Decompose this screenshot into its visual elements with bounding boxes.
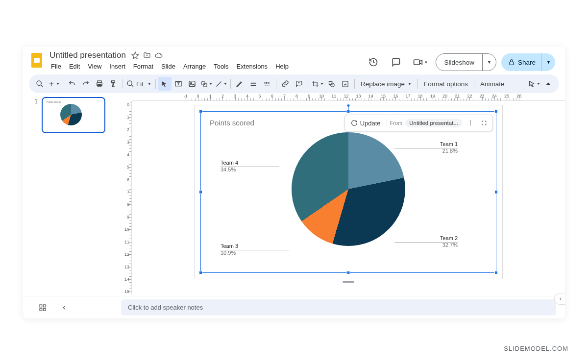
- resize-handle-tr[interactable]: [494, 110, 498, 113]
- speaker-notes[interactable]: Click to add speaker notes: [121, 299, 556, 315]
- zoom-combo[interactable]: Fit ▼: [124, 80, 153, 88]
- chart-source-chip[interactable]: Untitled presentat...: [405, 119, 462, 127]
- collapse-filmstrip-icon[interactable]: [58, 302, 70, 314]
- history-icon[interactable]: [365, 53, 382, 71]
- comment-button[interactable]: [292, 77, 306, 91]
- menu-slide[interactable]: Slide: [158, 61, 179, 72]
- slide-thumbnail-1[interactable]: Points scored: [42, 97, 105, 133]
- resize-handle-bl[interactable]: [199, 271, 202, 274]
- pie-label-team1: Team 121.8%: [440, 141, 458, 155]
- resize-handle-mr[interactable]: [494, 191, 498, 194]
- line-tool[interactable]: [214, 77, 228, 91]
- share-button: Share ▼: [501, 53, 555, 71]
- chart-selection[interactable]: Points scored Team 121.8%: [200, 111, 496, 273]
- print-button[interactable]: [93, 77, 106, 91]
- menubar: File Edit View Insert Format Slide Arran…: [48, 61, 292, 72]
- comments-icon[interactable]: [387, 53, 405, 71]
- cloud-status-icon[interactable]: [154, 51, 163, 60]
- resize-handle-tl[interactable]: [199, 110, 202, 113]
- format-options-button[interactable]: Format options: [420, 77, 472, 91]
- resize-handle-tm[interactable]: [347, 110, 350, 113]
- slideshow-main[interactable]: Slideshow: [436, 54, 482, 71]
- resize-handle-br[interactable]: [494, 271, 498, 274]
- camera-icon[interactable]: [410, 54, 426, 71]
- app-logo[interactable]: [29, 50, 45, 70]
- paint-format-button[interactable]: [106, 77, 120, 91]
- search-menus-icon[interactable]: [33, 77, 47, 91]
- svg-rect-20: [40, 305, 42, 307]
- slides-logo-icon: [30, 52, 43, 69]
- header-right: ▼ Slideshow ▼ Share ▼: [365, 50, 560, 71]
- crop-button[interactable]: [310, 77, 325, 91]
- resize-handle-ml[interactable]: [199, 191, 202, 194]
- mask-button[interactable]: [325, 77, 339, 91]
- rotation-handle[interactable]: [347, 104, 350, 107]
- replace-image-button[interactable]: Replace image▼: [357, 77, 416, 91]
- lock-icon: [508, 59, 515, 66]
- app-window: Untitled presentation File Edit View Ins…: [23, 47, 565, 318]
- star-icon[interactable]: [131, 51, 140, 60]
- menu-tools[interactable]: Tools: [210, 61, 232, 72]
- update-chart-button[interactable]: Update: [348, 118, 384, 129]
- menu-arrange[interactable]: Arrange: [180, 61, 209, 72]
- svg-rect-2: [414, 60, 419, 65]
- image-tool[interactable]: [185, 77, 199, 91]
- mode-switch-button[interactable]: [527, 77, 541, 91]
- menu-help[interactable]: Help: [272, 61, 292, 72]
- menu-extensions[interactable]: Extensions: [233, 61, 271, 72]
- shape-tool[interactable]: [199, 77, 214, 91]
- zoom-icon: [126, 80, 134, 88]
- menu-edit[interactable]: Edit: [66, 61, 83, 72]
- svg-rect-21: [43, 305, 46, 307]
- meet-dropdown-caret[interactable]: ▼: [424, 60, 428, 65]
- link-button[interactable]: [278, 77, 292, 91]
- pie-label-team3: Team 310.9%: [220, 243, 238, 257]
- thumb-chart-title: Points scored: [47, 100, 61, 103]
- border-weight-button[interactable]: [246, 77, 260, 91]
- ruler-horizontal[interactable]: -101234567891011121314151617181920212223…: [132, 93, 565, 101]
- explore-tab[interactable]: [554, 293, 565, 305]
- grid-view-icon[interactable]: [37, 302, 49, 314]
- refresh-icon: [351, 120, 358, 126]
- thumb-pie-icon: [60, 104, 82, 125]
- toolbar-wrap: Fit ▼ Replace image▼ Format options: [23, 72, 565, 93]
- undo-button[interactable]: [65, 77, 79, 91]
- svg-rect-10: [189, 81, 195, 87]
- unlink-icon[interactable]: [479, 118, 490, 128]
- chart-more-icon[interactable]: [465, 118, 476, 128]
- border-color-button[interactable]: [233, 77, 246, 91]
- svg-rect-1: [34, 58, 40, 63]
- menu-view[interactable]: View: [84, 61, 105, 72]
- pie-label-team2: Team 232.7%: [440, 235, 458, 249]
- resize-handle-bm[interactable]: [347, 271, 350, 274]
- svg-rect-13: [204, 83, 207, 86]
- move-folder-icon[interactable]: [143, 51, 151, 60]
- slideshow-dropdown[interactable]: ▼: [482, 54, 496, 71]
- slide[interactable]: Points scored Team 121.8%: [194, 105, 503, 279]
- meet-button[interactable]: ▼: [410, 54, 431, 71]
- new-slide-button[interactable]: [47, 77, 61, 91]
- border-dash-button[interactable]: [260, 77, 274, 91]
- redo-button[interactable]: [79, 77, 93, 91]
- menu-file[interactable]: File: [48, 61, 65, 72]
- animate-button[interactable]: Animate: [476, 77, 509, 91]
- share-dropdown[interactable]: ▼: [541, 53, 555, 71]
- share-main[interactable]: Share: [501, 53, 541, 71]
- svg-rect-23: [43, 308, 46, 311]
- select-tool[interactable]: [158, 77, 172, 91]
- toolbar: Fit ▼ Replace image▼ Format options: [29, 74, 559, 93]
- chart-from-label: From: [390, 120, 403, 126]
- speaker-notes-resize-handle[interactable]: [343, 281, 354, 283]
- reset-image-button[interactable]: [339, 77, 352, 91]
- svg-point-18: [470, 122, 471, 123]
- header: Untitled presentation File Edit View Ins…: [23, 47, 565, 72]
- doc-title[interactable]: Untitled presentation: [48, 50, 128, 61]
- ruler-vertical[interactable]: 0123456789101112131415: [121, 101, 132, 294]
- canvas-area[interactable]: -101234567891011121314151617181920212223…: [121, 93, 565, 294]
- menu-insert[interactable]: Insert: [106, 61, 129, 72]
- menu-format[interactable]: Format: [130, 61, 157, 72]
- hide-menus-button[interactable]: [541, 77, 555, 91]
- textbox-tool[interactable]: [172, 77, 185, 91]
- svg-rect-3: [510, 62, 514, 65]
- svg-point-4: [37, 81, 41, 85]
